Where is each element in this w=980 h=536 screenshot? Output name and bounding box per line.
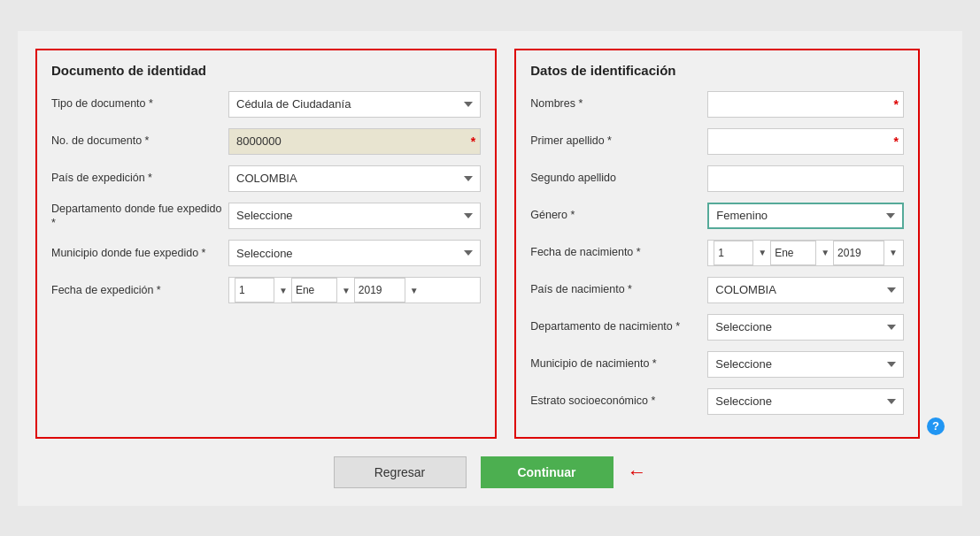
pais-expedicion-row: País de expedición * COLOMBIA VENEZUELA …	[51, 165, 481, 193]
year-arrow: ▼	[410, 286, 419, 295]
continuar-button[interactable]: Continuar	[481, 456, 613, 488]
genero-label: Género *	[530, 208, 707, 222]
right-section: Datos de identificación Nombres * * Prim…	[514, 49, 920, 439]
fecha-nacimiento-label: Fecha de nacimiento *	[530, 245, 707, 259]
nac-day-arrow: ▼	[758, 248, 767, 257]
fecha-expedicion-wrap: 1231528 ▼ EneFebMarAbr MayJunJulAgo SepO…	[228, 277, 481, 303]
nac-month-arrow: ▼	[821, 248, 830, 257]
fecha-nacimiento-month[interactable]: EneFebMar	[770, 241, 816, 265]
segundo-apellido-row: Segundo apellido	[530, 165, 904, 193]
estrato-row: Estrato socioeconómico * Seleccione 123 …	[530, 387, 904, 416]
nombres-wrap: *	[707, 91, 904, 118]
pais-expedicion-wrap: COLOMBIA VENEZUELA ECUADOR	[228, 165, 481, 192]
nombres-row: Nombres * *	[530, 90, 904, 119]
estrato-label: Estrato socioeconómico *	[530, 394, 707, 408]
mun-expedicion-wrap: Seleccione Bogotá Medellín	[228, 240, 481, 266]
tipo-documento-select[interactable]: Cédula de Ciudadanía Tarjeta de Identida…	[228, 91, 481, 118]
pais-expedicion-label: País de expedición *	[51, 171, 228, 185]
tipo-documento-label: Tipo de documento *	[51, 96, 228, 111]
mun-expedicion-label: Municipio donde fue expedido *	[51, 246, 228, 260]
mun-expedicion-row: Municipio donde fue expedido * Seleccion…	[51, 239, 481, 267]
fecha-expedicion-month[interactable]: EneFebMarAbr MayJunJulAgo SepOctNovDic	[291, 278, 337, 302]
buttons-row: Regresar Continuar ←	[35, 456, 945, 488]
mun-nacimiento-wrap: Seleccione Bogotá Medellín	[707, 351, 904, 378]
pais-expedicion-select[interactable]: COLOMBIA VENEZUELA ECUADOR	[228, 165, 481, 192]
no-documento-wrap: *	[228, 128, 481, 155]
left-section: Documento de identidad Tipo de documento…	[35, 49, 497, 439]
regresar-button[interactable]: Regresar	[334, 456, 467, 488]
primer-apellido-wrap: *	[707, 128, 904, 155]
fecha-expedicion-day[interactable]: 1231528	[235, 278, 274, 302]
fecha-nacimiento-date-wrap: 1215 ▼ EneFebMar ▼ 201920001990	[707, 240, 904, 266]
tipo-documento-wrap: Cédula de Ciudadanía Tarjeta de Identida…	[228, 91, 481, 118]
genero-row: Género * Femenino Masculino Otro	[530, 202, 904, 230]
main-row: Documento de identidad Tipo de documento…	[35, 49, 945, 439]
no-documento-row: No. de documento * *	[51, 127, 481, 156]
pais-nacimiento-row: País de nacimiento * COLOMBIA VENEZUELA …	[530, 276, 904, 304]
page-container: Documento de identidad Tipo de documento…	[18, 31, 962, 506]
primer-apellido-label: Primer apellido *	[530, 134, 707, 148]
segundo-apellido-label: Segundo apellido	[530, 171, 707, 185]
mun-expedicion-select[interactable]: Seleccione Bogotá Medellín	[228, 240, 481, 266]
pais-nacimiento-label: País de nacimiento *	[530, 282, 707, 296]
fecha-nacimiento-row: Fecha de nacimiento * 1215 ▼ EneFebMar	[530, 239, 904, 267]
fecha-nacimiento-day[interactable]: 1215	[714, 241, 753, 265]
genero-select[interactable]: Femenino Masculino Otro	[707, 203, 904, 229]
nombres-input[interactable]	[707, 91, 904, 118]
left-section-title: Documento de identidad	[51, 63, 481, 78]
no-documento-label: No. de documento *	[51, 134, 228, 148]
mun-nacimiento-row: Municipio de nacimiento * Seleccione Bog…	[530, 350, 904, 379]
segundo-apellido-wrap	[707, 165, 904, 192]
fecha-expedicion-date-wrap: 1231528 ▼ EneFebMarAbr MayJunJulAgo SepO…	[228, 277, 481, 303]
primer-apellido-row: Primer apellido * *	[530, 127, 904, 156]
depto-expedicion-label: Departamento donde fue expedido *	[51, 202, 228, 231]
depto-expedicion-row: Departamento donde fue expedido * Selecc…	[51, 202, 481, 231]
nac-year-arrow: ▼	[889, 248, 898, 257]
depto-expedicion-wrap: Seleccione Bogotá Antioquia	[228, 203, 481, 229]
primer-apellido-input[interactable]	[707, 128, 904, 155]
depto-nacimiento-select[interactable]: Seleccione Bogotá Antioquia	[707, 314, 904, 341]
fecha-expedicion-year[interactable]: 2019201820172000	[354, 278, 405, 302]
fecha-nacimiento-date-row: 1215 ▼ EneFebMar ▼ 201920001990	[714, 241, 898, 265]
right-section-title: Datos de identificación	[530, 63, 904, 78]
depto-expedicion-select[interactable]: Seleccione Bogotá Antioquia	[228, 203, 481, 229]
pais-nacimiento-select[interactable]: COLOMBIA VENEZUELA ECUADOR	[707, 277, 904, 303]
depto-nacimiento-wrap: Seleccione Bogotá Antioquia	[707, 314, 904, 341]
segundo-apellido-input[interactable]	[707, 165, 904, 192]
depto-nacimiento-label: Departamento de nacimiento *	[530, 319, 707, 333]
arrow-indicator: ←	[628, 461, 647, 484]
genero-wrap: Femenino Masculino Otro	[707, 203, 904, 229]
fecha-expedicion-date-row: 1231528 ▼ EneFebMarAbr MayJunJulAgo SepO…	[235, 278, 419, 302]
fecha-nacimiento-year[interactable]: 201920001990	[833, 241, 884, 265]
depto-nacimiento-row: Departamento de nacimiento * Seleccione …	[530, 313, 904, 341]
fecha-nacimiento-wrap: 1215 ▼ EneFebMar ▼ 201920001990	[707, 240, 904, 266]
fecha-expedicion-row: Fecha de expedición * 1231528 ▼ EneFebMa…	[51, 276, 481, 304]
estrato-select[interactable]: Seleccione 123 456	[707, 388, 904, 415]
pais-nacimiento-wrap: COLOMBIA VENEZUELA ECUADOR	[707, 277, 904, 303]
help-icon[interactable]: ?	[927, 417, 945, 435]
estrato-wrap: Seleccione 123 456	[707, 388, 904, 415]
fecha-expedicion-label: Fecha de expedición *	[51, 283, 228, 297]
nombres-label: Nombres *	[530, 96, 707, 111]
no-documento-input[interactable]	[228, 128, 481, 155]
mun-nacimiento-label: Municipio de nacimiento *	[530, 356, 707, 371]
day-arrow: ▼	[279, 286, 288, 295]
month-arrow: ▼	[342, 286, 351, 295]
mun-nacimiento-select[interactable]: Seleccione Bogotá Medellín	[707, 351, 904, 378]
tipo-documento-row: Tipo de documento * Cédula de Ciudadanía…	[51, 90, 481, 119]
